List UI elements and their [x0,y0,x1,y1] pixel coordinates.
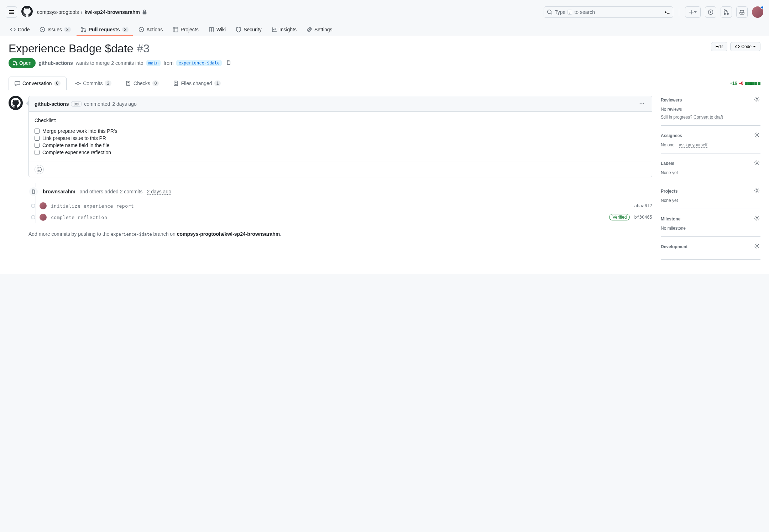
comment-menu-button[interactable] [638,99,646,109]
reviewers-gear[interactable] [753,96,760,104]
milestone-title: Milestone [661,217,680,221]
push-author[interactable]: brownsarahm [43,189,75,194]
comment-author[interactable]: github-actions [35,101,69,107]
code-dropdown-button[interactable]: Code [730,42,760,51]
milestone-gear[interactable] [753,215,760,223]
task-item: Merge prepare work into this PR's [35,127,646,135]
react-button[interactable] [35,165,44,174]
breadcrumb-repo[interactable]: kwl-sp24-brownsarahm [84,9,140,15]
pr-number: #3 [137,42,150,55]
reviewers-text: No reviews [661,107,760,112]
hint-repo-link[interactable]: compsys-progtools/kwl-sp24-brownsarahm [177,231,280,237]
svg-point-12 [37,167,42,172]
gear-icon [754,160,760,166]
tab-insights[interactable]: Insights [267,24,301,36]
commit-author-avatar[interactable] [40,202,47,209]
gear-icon [754,132,760,138]
tab-security[interactable]: Security [231,24,266,36]
file-diff-icon [173,80,179,86]
breadcrumb-owner[interactable]: compsys-progtools [37,9,79,15]
tab-actions[interactable]: Actions [134,24,167,36]
issues-global-button[interactable] [705,6,716,18]
search-placeholder-suffix: to search [574,9,595,15]
breadcrumb-separator: / [81,9,83,15]
notifications-button[interactable] [736,6,748,18]
commit-message[interactable]: initialize experience report [51,203,630,209]
task-checkbox[interactable] [35,143,40,148]
kebab-icon [639,100,645,106]
push-event: brownsarahm and others added 2 commits 2… [9,183,652,200]
tab-checks[interactable]: Checks 0 [120,77,164,90]
search-input[interactable]: Type / to search [544,6,665,18]
command-palette-button[interactable] [662,6,673,18]
progress-text: Still in progress? [661,115,692,120]
create-new-button[interactable] [685,6,701,18]
commit-message[interactable]: complete reflection [51,215,605,220]
tab-wiki[interactable]: Wiki [204,24,230,36]
svg-point-14 [40,169,41,169]
assign-yourself-link[interactable]: assign yourself [679,142,707,148]
commit-sha[interactable]: bf30465 [634,215,652,220]
user-avatar[interactable] [752,6,763,18]
commit-row: complete reflection Verified bf30465 [9,212,652,223]
milestone-text: No milestone [661,226,760,231]
edit-button[interactable]: Edit [711,42,728,51]
terminal-icon [665,9,670,15]
pr-merge-text-2: from [163,60,173,66]
base-branch[interactable]: main [146,60,161,66]
tab-files-changed[interactable]: Files changed 1 [167,77,226,90]
tab-code[interactable]: Code [6,24,34,36]
svg-point-11 [643,103,644,104]
tab-conversation[interactable]: Conversation 0 [9,77,67,90]
tab-projects[interactable]: Projects [168,24,203,36]
code-icon [10,27,16,32]
book-icon [209,27,214,32]
hint-branch[interactable]: experience-$date [111,232,152,237]
dot-circle-icon [708,9,713,15]
task-checkbox[interactable] [35,136,40,141]
gear-icon [754,215,760,221]
issues-count: 3 [64,27,71,32]
svg-point-3 [42,29,43,30]
pr-merge-text-1: wants to merge 2 commits into [76,60,143,66]
github-home-link[interactable] [21,6,33,18]
git-pull-request-icon [723,9,729,15]
menu-button[interactable] [6,6,17,18]
task-item: Complete name field in the file [35,142,646,149]
labels-gear[interactable] [753,159,760,167]
svg-point-10 [642,103,643,104]
shield-icon [236,27,241,32]
push-time[interactable]: 2 days ago [147,189,171,195]
tab-pull-requests[interactable]: Pull requests 3 [77,24,133,36]
tab-settings[interactable]: Settings [302,24,337,36]
pull-requests-global-button[interactable] [721,6,732,18]
convert-draft-link[interactable]: Convert to draft [694,115,723,120]
comment-box: github-actions bot commented 2 days ago … [28,96,652,177]
head-branch[interactable]: experience-$date [176,60,222,66]
search-placeholder-prefix: Type [555,9,565,15]
comment-icon [15,80,20,86]
tab-issues[interactable]: Issues 3 [35,24,75,36]
comment-time[interactable]: 2 days ago [112,101,137,107]
commit-author-avatar[interactable] [40,214,47,221]
projects-title: Projects [661,189,678,194]
commit-sha[interactable]: abaa0f7 [634,203,652,208]
search-hotkey: / [567,10,572,15]
projects-text: None yet [661,198,760,203]
plus-icon [689,10,694,15]
task-item: Link prepare issue to this PR [35,135,646,142]
git-pull-request-icon [13,61,18,66]
pr-author[interactable]: github-actions [38,60,73,66]
projects-gear[interactable] [753,187,760,195]
comment-author-avatar[interactable] [9,96,23,110]
tab-commits[interactable]: Commits 2 [69,77,117,90]
task-checkbox[interactable] [35,129,40,134]
development-gear[interactable] [753,242,760,251]
commits-count: 2 [105,80,111,86]
assignees-title: Assignees [661,133,682,138]
verified-badge[interactable]: Verified [609,214,630,220]
assignees-gear[interactable] [753,131,760,140]
inbox-icon [739,9,745,15]
task-checkbox[interactable] [35,150,40,155]
copy-branch-button[interactable] [225,59,232,68]
